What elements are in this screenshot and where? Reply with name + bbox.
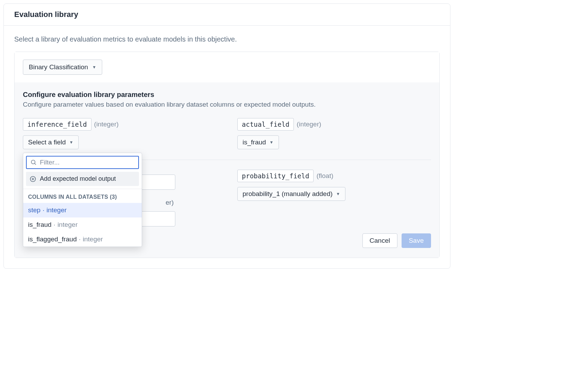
separator-dot: · xyxy=(79,235,81,243)
column-type: integer xyxy=(46,206,67,214)
cancel-button[interactable]: Cancel xyxy=(362,233,397,248)
column-name: is_fraud xyxy=(28,221,52,229)
actual-field-select[interactable]: is_fraud ▼ xyxy=(237,135,279,149)
search-icon xyxy=(30,159,37,166)
popover-filter-input[interactable] xyxy=(40,159,135,166)
separator-dot: · xyxy=(43,206,44,214)
param-row-1: inference_field (integer) Select a field… xyxy=(23,118,431,149)
param-type: (float) xyxy=(316,172,333,180)
save-button[interactable]: Save xyxy=(402,233,431,248)
caret-down-icon: ▼ xyxy=(69,140,73,145)
field-select-label: probability_1 (manually added) xyxy=(243,190,333,198)
add-expected-output-label: Add expected model output xyxy=(40,175,116,182)
param-name: inference_field xyxy=(23,118,91,131)
param-name: probability_field xyxy=(237,170,314,182)
column-name: step xyxy=(28,206,41,214)
param-type: (integer) xyxy=(94,121,119,128)
params-sub: Configure parameter values based on eval… xyxy=(23,101,431,108)
add-expected-output[interactable]: Add expected model output xyxy=(26,172,139,186)
param-grid: inference_field (integer) Select a field… xyxy=(23,118,431,226)
separator-dot: · xyxy=(54,221,55,229)
plus-circle-icon xyxy=(29,176,36,182)
probability-field-select[interactable]: probability_1 (manually added) ▼ xyxy=(237,187,345,201)
param-inference-field: inference_field (integer) Select a field… xyxy=(23,118,217,149)
param-probability-field: probability_field (float) probability_1 … xyxy=(237,170,431,226)
popover-item-step[interactable]: step · integer xyxy=(23,203,142,217)
library-dropdown[interactable]: Binary Classification ▼ xyxy=(23,60,102,75)
panel-title: Evaluation library xyxy=(14,10,440,19)
param-type: (integer) xyxy=(297,121,321,128)
caret-down-icon: ▼ xyxy=(270,140,274,145)
field-select-label: Select a field xyxy=(28,139,66,146)
panel-header: Evaluation library xyxy=(4,4,450,26)
param-name: actual_field xyxy=(237,118,294,131)
popover-item-is-fraud[interactable]: is_fraud · integer xyxy=(23,217,142,232)
svg-point-0 xyxy=(31,160,35,164)
field-select-label: is_fraud xyxy=(243,139,266,146)
popover-column-list: step · integer is_fraud · integer xyxy=(23,203,142,247)
svg-line-1 xyxy=(35,163,36,165)
field-select-popover: Add expected model output COLUMNS IN ALL… xyxy=(23,153,142,247)
library-dropdown-label: Binary Classification xyxy=(29,63,88,71)
param-actual-field: actual_field (integer) is_fraud ▼ xyxy=(237,118,431,149)
intro-text: Select a library of evaluation metrics t… xyxy=(14,35,440,43)
inference-field-select[interactable]: Select a field ▼ xyxy=(23,135,79,149)
popover-item-is-flagged-fraud[interactable]: is_flagged_fraud · integer xyxy=(23,232,142,247)
evaluation-library-panel: Evaluation library Select a library of e… xyxy=(3,3,450,269)
column-type: integer xyxy=(83,235,103,243)
library-select-row: Binary Classification ▼ xyxy=(15,52,439,82)
params-section: Configure evaluation library parameters … xyxy=(15,82,439,258)
popover-filter-wrap[interactable] xyxy=(26,156,139,169)
popover-section-header: COLUMNS IN ALL DATASETS (3) xyxy=(23,189,142,203)
params-heading: Configure evaluation library parameters xyxy=(23,91,431,99)
column-type: integer xyxy=(58,221,78,229)
caret-down-icon: ▼ xyxy=(336,191,340,196)
panel-body: Select a library of evaluation metrics t… xyxy=(4,26,450,268)
config-box: Binary Classification ▼ Configure evalua… xyxy=(14,52,440,258)
column-name: is_flagged_fraud xyxy=(28,235,77,243)
caret-down-icon: ▼ xyxy=(92,65,96,70)
